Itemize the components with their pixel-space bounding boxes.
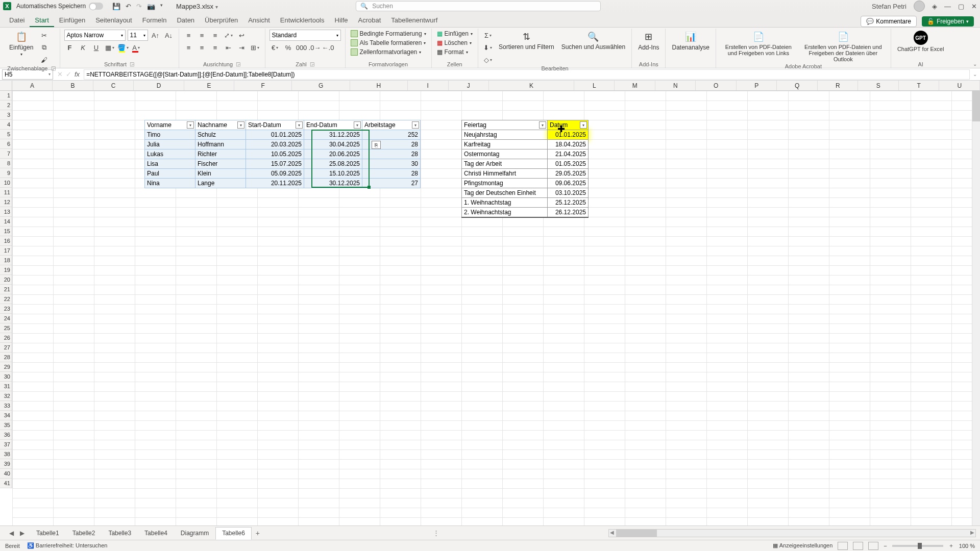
table-cell[interactable]: 2. Weihnachtstag bbox=[462, 208, 548, 217]
table-cell[interactable]: 15.10.2025 bbox=[304, 169, 362, 179]
clear-icon[interactable]: ◇ bbox=[482, 54, 494, 65]
table-cell[interactable]: Nina bbox=[145, 179, 195, 188]
row-header[interactable]: 38 bbox=[0, 449, 12, 459]
row-header[interactable]: 7 bbox=[0, 149, 12, 159]
table-row[interactable]: Tag der Deutschen Einheit03.10.2025 bbox=[462, 188, 589, 198]
column-header[interactable]: T bbox=[899, 81, 940, 90]
comma-icon[interactable]: 000 bbox=[296, 42, 307, 53]
row-header[interactable]: 23 bbox=[0, 304, 12, 314]
column-header[interactable]: N bbox=[655, 81, 696, 90]
column-header[interactable]: B bbox=[53, 81, 93, 90]
table-cell[interactable]: 29.05.2025 bbox=[548, 169, 589, 179]
column-header[interactable]: F bbox=[234, 81, 292, 90]
autofill-options-icon[interactable]: ⎘ bbox=[372, 141, 381, 149]
row-header[interactable]: 10 bbox=[0, 178, 12, 188]
format-cells-button[interactable]: ▦Format ▾ bbox=[436, 48, 469, 56]
column-header[interactable]: E bbox=[184, 81, 234, 90]
table-cell[interactable]: 21.04.2025 bbox=[548, 149, 589, 159]
number-format-combo[interactable]: Standard▾ bbox=[270, 30, 341, 41]
chatgpt-button[interactable]: GPTChatGPT for Excel bbox=[895, 30, 946, 53]
table-row[interactable]: NinaLange20.11.202530.12.202527 bbox=[145, 179, 421, 188]
row-header[interactable]: 32 bbox=[0, 391, 12, 401]
table-cell[interactable]: Richter bbox=[195, 149, 246, 159]
camera-icon[interactable]: 📷 bbox=[147, 3, 155, 10]
zoom-out-icon[interactable]: − bbox=[884, 543, 887, 549]
cut-icon[interactable]: ✂ bbox=[38, 30, 50, 41]
table-cell[interactable]: Lange bbox=[195, 179, 246, 188]
column-header[interactable]: A bbox=[12, 81, 53, 90]
table-row[interactable]: Tag der Arbeit01.05.2025 bbox=[462, 159, 589, 169]
autosum-icon[interactable]: Σ bbox=[482, 30, 494, 41]
currency-icon[interactable]: € bbox=[270, 42, 281, 53]
sheet-tab[interactable]: Tabelle4 bbox=[138, 527, 174, 539]
file-name[interactable]: Mappe3.xlsx ▾ bbox=[176, 3, 218, 10]
maximize-icon[interactable]: ▢ bbox=[958, 3, 964, 10]
dialog-launcher-icon[interactable]: ◲ bbox=[130, 61, 134, 67]
row-header[interactable]: 3 bbox=[0, 110, 12, 120]
table-cell[interactable]: Lukas bbox=[145, 149, 195, 159]
align-left-icon[interactable]: ≡ bbox=[183, 42, 194, 53]
table-cell[interactable]: Timo bbox=[145, 130, 195, 140]
tab-entwicklertools[interactable]: Entwicklertools bbox=[275, 14, 330, 27]
column-header[interactable]: Q bbox=[777, 81, 818, 90]
table-cell[interactable]: 15.07.2025 bbox=[246, 159, 304, 169]
table-cell[interactable]: 31.12.2025 bbox=[304, 130, 362, 140]
table-cell[interactable]: 26.12.2025 bbox=[548, 208, 589, 217]
merge-icon[interactable]: ⊞ bbox=[250, 42, 261, 53]
orientation-icon[interactable]: ⤢ bbox=[223, 30, 234, 41]
table-cell[interactable]: Pfingstmontag bbox=[462, 179, 548, 188]
sort-filter-button[interactable]: ⇅Sortieren und Filtern bbox=[497, 30, 556, 52]
table-row[interactable]: LukasRichter10.05.202520.06.202528 bbox=[145, 149, 421, 159]
dialog-launcher-icon[interactable]: ◲ bbox=[310, 61, 314, 67]
tab-seitenlayout[interactable]: Seitenlayout bbox=[90, 14, 137, 27]
sheet-tab[interactable]: Tabelle6 bbox=[215, 527, 252, 540]
table-cell[interactable]: Fischer bbox=[195, 159, 246, 169]
select-all-corner[interactable] bbox=[0, 81, 12, 91]
minimize-icon[interactable]: — bbox=[944, 3, 951, 10]
pdf-link-button[interactable]: 📄Erstellen von PDF-Dateien und Freigeben… bbox=[720, 30, 797, 57]
row-header[interactable]: 6 bbox=[0, 139, 12, 149]
filter-arrow-icon[interactable]: ▾ bbox=[354, 121, 361, 129]
italic-icon[interactable]: K bbox=[78, 42, 89, 53]
filter-arrow-icon[interactable]: ▾ bbox=[580, 121, 587, 129]
table-row[interactable]: TimoSchulz01.01.202531.12.2025252 bbox=[145, 130, 421, 140]
grid[interactable]: Vorname▾Nachname▾Start-Datum▾End-Datum▾A… bbox=[12, 91, 980, 525]
row-header[interactable]: 9 bbox=[0, 168, 12, 178]
tab-tabellenentwurf[interactable]: Tabellenentwurf bbox=[386, 14, 443, 27]
decrease-decimal-icon[interactable]: ←.0 bbox=[323, 42, 334, 53]
align-right-icon[interactable]: ≡ bbox=[210, 42, 221, 53]
table-cell[interactable]: 01.01.2025 bbox=[548, 130, 589, 140]
tab-acrobat[interactable]: Acrobat bbox=[353, 14, 386, 27]
align-bottom-icon[interactable]: ≡ bbox=[210, 30, 221, 41]
decrease-font-icon[interactable]: A↓ bbox=[163, 30, 175, 41]
column-header[interactable]: G bbox=[292, 81, 350, 90]
table-cell[interactable]: Paul bbox=[145, 169, 195, 179]
table-cell[interactable]: Neujahrstag bbox=[462, 130, 548, 140]
font-color-icon[interactable]: A bbox=[131, 42, 142, 53]
comments-button[interactable]: 💬 Kommentare bbox=[861, 16, 917, 27]
row-header[interactable]: 20 bbox=[0, 275, 12, 285]
insert-cells-button[interactable]: ▦Einfügen ▾ bbox=[436, 30, 474, 38]
table-row[interactable]: Christi Himmelfahrt29.05.2025 bbox=[462, 169, 589, 179]
tab-start[interactable]: Start bbox=[30, 14, 54, 27]
sheet-tab[interactable]: Tabelle1 bbox=[30, 527, 66, 539]
table-row[interactable]: 1. Weihnachtstag25.12.2025 bbox=[462, 198, 589, 208]
table-cell[interactable]: Christi Himmelfahrt bbox=[462, 169, 548, 179]
table-cell[interactable]: 1. Weihnachtstag bbox=[462, 198, 548, 208]
row-header[interactable]: 18 bbox=[0, 256, 12, 265]
increase-decimal-icon[interactable]: .0→ bbox=[309, 42, 321, 53]
row-header[interactable]: 19 bbox=[0, 265, 12, 275]
table-cell[interactable]: Klein bbox=[195, 169, 246, 179]
row-header[interactable]: 34 bbox=[0, 411, 12, 420]
decrease-indent-icon[interactable]: ⇤ bbox=[223, 42, 234, 53]
column-header[interactable]: I bbox=[408, 81, 449, 90]
normal-view-icon[interactable] bbox=[838, 542, 848, 550]
sheet-nav-next-icon[interactable]: ▶ bbox=[20, 530, 24, 537]
column-header-cell[interactable]: Feiertag▾ bbox=[462, 120, 548, 130]
table-cell[interactable]: Tag der Deutschen Einheit bbox=[462, 188, 548, 198]
row-header[interactable]: 21 bbox=[0, 285, 12, 294]
table-cell[interactable]: 27 bbox=[362, 179, 421, 188]
row-header[interactable]: 11 bbox=[0, 188, 12, 197]
column-header[interactable]: S bbox=[858, 81, 899, 90]
zoom-in-icon[interactable]: ＋ bbox=[948, 542, 954, 549]
